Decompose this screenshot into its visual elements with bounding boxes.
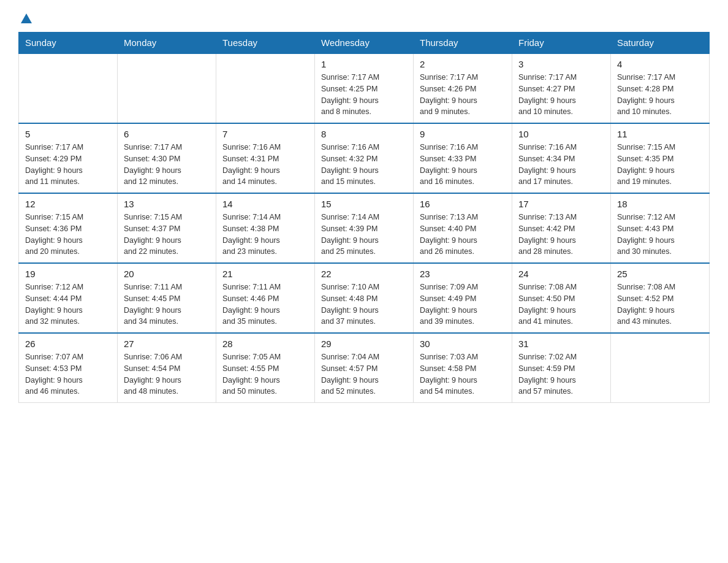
weekday-row: SundayMondayTuesdayWednesdayThursdayFrid…	[19, 33, 710, 54]
calendar-cell: 5Sunrise: 7:17 AM Sunset: 4:29 PM Daylig…	[19, 123, 118, 193]
svg-marker-0	[21, 13, 32, 23]
calendar-header: SundayMondayTuesdayWednesdayThursdayFrid…	[19, 33, 710, 54]
calendar-cell: 26Sunrise: 7:07 AM Sunset: 4:53 PM Dayli…	[19, 333, 118, 403]
day-number: 8	[321, 129, 407, 139]
day-info: Sunrise: 7:17 AM Sunset: 4:25 PM Dayligh…	[321, 72, 407, 118]
day-number: 18	[617, 199, 703, 209]
logo-triangle-icon	[20, 12, 33, 26]
calendar-cell	[611, 333, 710, 403]
day-info: Sunrise: 7:17 AM Sunset: 4:27 PM Dayligh…	[518, 72, 604, 118]
calendar-cell: 2Sunrise: 7:17 AM Sunset: 4:26 PM Daylig…	[414, 53, 512, 123]
day-info: Sunrise: 7:17 AM Sunset: 4:30 PM Dayligh…	[124, 142, 210, 188]
weekday-header-monday: Monday	[118, 33, 216, 54]
calendar-cell: 12Sunrise: 7:15 AM Sunset: 4:36 PM Dayli…	[19, 193, 118, 263]
day-info: Sunrise: 7:08 AM Sunset: 4:50 PM Dayligh…	[518, 282, 604, 327]
day-info: Sunrise: 7:15 AM Sunset: 4:37 PM Dayligh…	[124, 212, 210, 258]
day-number: 23	[420, 269, 506, 279]
calendar-cell: 8Sunrise: 7:16 AM Sunset: 4:32 PM Daylig…	[315, 123, 414, 193]
weekday-header-thursday: Thursday	[414, 33, 512, 54]
day-info: Sunrise: 7:15 AM Sunset: 4:35 PM Dayligh…	[617, 142, 703, 188]
calendar-cell: 7Sunrise: 7:16 AM Sunset: 4:31 PM Daylig…	[216, 123, 315, 193]
day-number: 16	[420, 199, 506, 209]
calendar-table: SundayMondayTuesdayWednesdayThursdayFrid…	[18, 32, 710, 403]
day-number: 2	[420, 59, 506, 69]
day-number: 11	[617, 129, 703, 139]
day-number: 5	[25, 129, 111, 139]
calendar-cell	[118, 53, 216, 123]
day-info: Sunrise: 7:12 AM Sunset: 4:44 PM Dayligh…	[25, 282, 111, 327]
calendar-week-3: 12Sunrise: 7:15 AM Sunset: 4:36 PM Dayli…	[19, 193, 710, 263]
day-number: 20	[124, 269, 210, 279]
day-info: Sunrise: 7:05 AM Sunset: 4:55 PM Dayligh…	[222, 351, 308, 397]
day-number: 30	[420, 339, 506, 349]
day-number: 24	[518, 269, 604, 279]
day-number: 3	[518, 59, 604, 69]
calendar-cell: 11Sunrise: 7:15 AM Sunset: 4:35 PM Dayli…	[611, 123, 710, 193]
day-info: Sunrise: 7:08 AM Sunset: 4:52 PM Dayligh…	[617, 282, 703, 327]
calendar-cell: 16Sunrise: 7:13 AM Sunset: 4:40 PM Dayli…	[414, 193, 512, 263]
page-header	[18, 12, 710, 26]
calendar-cell: 17Sunrise: 7:13 AM Sunset: 4:42 PM Dayli…	[512, 193, 611, 263]
day-info: Sunrise: 7:15 AM Sunset: 4:36 PM Dayligh…	[25, 212, 111, 258]
day-info: Sunrise: 7:17 AM Sunset: 4:29 PM Dayligh…	[25, 142, 111, 188]
day-info: Sunrise: 7:04 AM Sunset: 4:57 PM Dayligh…	[321, 351, 407, 397]
calendar-cell: 9Sunrise: 7:16 AM Sunset: 4:33 PM Daylig…	[414, 123, 512, 193]
calendar-cell: 27Sunrise: 7:06 AM Sunset: 4:54 PM Dayli…	[118, 333, 216, 403]
day-number: 4	[617, 59, 703, 69]
day-number: 28	[222, 339, 308, 349]
calendar-cell	[19, 53, 118, 123]
calendar-cell: 3Sunrise: 7:17 AM Sunset: 4:27 PM Daylig…	[512, 53, 611, 123]
weekday-header-sunday: Sunday	[19, 33, 118, 54]
day-info: Sunrise: 7:10 AM Sunset: 4:48 PM Dayligh…	[321, 282, 407, 327]
calendar-cell: 6Sunrise: 7:17 AM Sunset: 4:30 PM Daylig…	[118, 123, 216, 193]
day-info: Sunrise: 7:17 AM Sunset: 4:26 PM Dayligh…	[420, 72, 506, 118]
calendar-cell: 22Sunrise: 7:10 AM Sunset: 4:48 PM Dayli…	[315, 263, 414, 333]
calendar-cell: 23Sunrise: 7:09 AM Sunset: 4:49 PM Dayli…	[414, 263, 512, 333]
calendar-week-1: 1Sunrise: 7:17 AM Sunset: 4:25 PM Daylig…	[19, 53, 710, 123]
day-info: Sunrise: 7:17 AM Sunset: 4:28 PM Dayligh…	[617, 72, 703, 118]
day-number: 27	[124, 339, 210, 349]
calendar-cell: 15Sunrise: 7:14 AM Sunset: 4:39 PM Dayli…	[315, 193, 414, 263]
calendar-cell: 13Sunrise: 7:15 AM Sunset: 4:37 PM Dayli…	[118, 193, 216, 263]
calendar-cell: 21Sunrise: 7:11 AM Sunset: 4:46 PM Dayli…	[216, 263, 315, 333]
day-info: Sunrise: 7:14 AM Sunset: 4:39 PM Dayligh…	[321, 212, 407, 258]
calendar-cell: 19Sunrise: 7:12 AM Sunset: 4:44 PM Dayli…	[19, 263, 118, 333]
day-number: 19	[25, 269, 111, 279]
weekday-header-friday: Friday	[512, 33, 611, 54]
calendar-cell: 31Sunrise: 7:02 AM Sunset: 4:59 PM Dayli…	[512, 333, 611, 403]
weekday-header-wednesday: Wednesday	[315, 33, 414, 54]
day-info: Sunrise: 7:16 AM Sunset: 4:32 PM Dayligh…	[321, 142, 407, 188]
day-info: Sunrise: 7:14 AM Sunset: 4:38 PM Dayligh…	[222, 212, 308, 258]
day-number: 29	[321, 339, 407, 349]
day-info: Sunrise: 7:09 AM Sunset: 4:49 PM Dayligh…	[420, 282, 506, 327]
day-info: Sunrise: 7:16 AM Sunset: 4:31 PM Dayligh…	[222, 142, 308, 188]
day-number: 22	[321, 269, 407, 279]
day-number: 31	[518, 339, 604, 349]
day-number: 6	[124, 129, 210, 139]
day-info: Sunrise: 7:07 AM Sunset: 4:53 PM Dayligh…	[25, 351, 111, 397]
day-info: Sunrise: 7:06 AM Sunset: 4:54 PM Dayligh…	[124, 351, 210, 397]
weekday-header-saturday: Saturday	[611, 33, 710, 54]
calendar-cell: 1Sunrise: 7:17 AM Sunset: 4:25 PM Daylig…	[315, 53, 414, 123]
day-info: Sunrise: 7:13 AM Sunset: 4:40 PM Dayligh…	[420, 212, 506, 258]
day-number: 7	[222, 129, 308, 139]
day-info: Sunrise: 7:16 AM Sunset: 4:34 PM Dayligh…	[518, 142, 604, 188]
day-info: Sunrise: 7:12 AM Sunset: 4:43 PM Dayligh…	[617, 212, 703, 258]
day-info: Sunrise: 7:11 AM Sunset: 4:46 PM Dayligh…	[222, 282, 308, 327]
day-number: 10	[518, 129, 604, 139]
day-number: 1	[321, 59, 407, 69]
day-number: 25	[617, 269, 703, 279]
day-number: 15	[321, 199, 407, 209]
day-number: 17	[518, 199, 604, 209]
calendar-body: 1Sunrise: 7:17 AM Sunset: 4:25 PM Daylig…	[19, 53, 710, 403]
calendar-cell: 25Sunrise: 7:08 AM Sunset: 4:52 PM Dayli…	[611, 263, 710, 333]
calendar-week-2: 5Sunrise: 7:17 AM Sunset: 4:29 PM Daylig…	[19, 123, 710, 193]
day-number: 26	[25, 339, 111, 349]
logo	[18, 12, 33, 26]
calendar-cell: 20Sunrise: 7:11 AM Sunset: 4:45 PM Dayli…	[118, 263, 216, 333]
calendar-cell: 10Sunrise: 7:16 AM Sunset: 4:34 PM Dayli…	[512, 123, 611, 193]
day-info: Sunrise: 7:02 AM Sunset: 4:59 PM Dayligh…	[518, 351, 604, 397]
day-number: 12	[25, 199, 111, 209]
day-number: 14	[222, 199, 308, 209]
calendar-cell: 28Sunrise: 7:05 AM Sunset: 4:55 PM Dayli…	[216, 333, 315, 403]
